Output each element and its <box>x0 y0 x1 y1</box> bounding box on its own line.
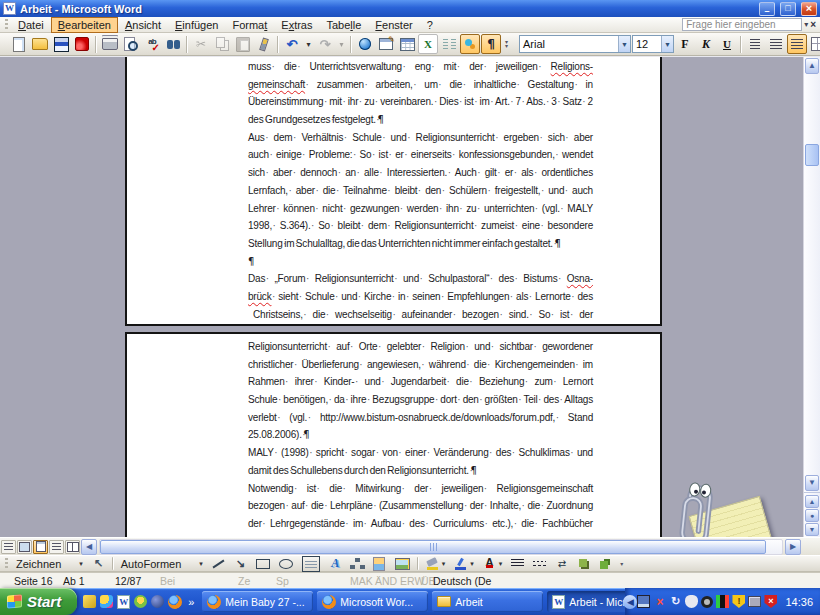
redo-icon[interactable] <box>315 34 335 54</box>
new-document-icon[interactable] <box>9 34 29 54</box>
tray-ring-icon[interactable] <box>701 596 713 608</box>
drawing-tool-button[interactable] <box>595 556 616 571</box>
align-justify-icon[interactable] <box>787 34 807 54</box>
drawing-tool-button[interactable] <box>507 556 528 571</box>
insert-table-icon[interactable] <box>397 34 417 54</box>
drawing-tool-button[interactable] <box>208 556 229 571</box>
tray-shield-yellow-icon[interactable] <box>732 595 745 608</box>
toolbar-options-icon[interactable]: ▾▾ <box>502 34 511 54</box>
insert-excel-icon[interactable] <box>418 34 438 54</box>
drawing-tool-button[interactable] <box>230 556 251 571</box>
menu-item-bearbeiten[interactable]: Bearbeiten <box>51 17 118 33</box>
drawing-icon[interactable] <box>460 34 480 54</box>
view-reading-icon[interactable] <box>65 540 80 554</box>
status-aend-toggle[interactable]: ÄND <box>375 575 397 587</box>
task-button[interactable]: Mein Baby 27 -... <box>202 591 313 612</box>
borders-icon[interactable] <box>808 34 820 54</box>
format-painter-icon[interactable] <box>254 34 274 54</box>
pilcrow-icon[interactable] <box>481 34 501 54</box>
task-button[interactable]: Arbeit <box>432 591 543 612</box>
tray-hand-icon[interactable] <box>685 595 698 608</box>
horizontal-scroll-track[interactable] <box>99 539 783 555</box>
drawing-tool-button[interactable] <box>347 556 368 571</box>
menu-item-datei[interactable]: Datei <box>11 17 51 33</box>
undo-icon[interactable] <box>282 34 302 54</box>
tray-monitor-icon[interactable] <box>748 596 761 607</box>
taskbar-clock[interactable]: 14:36 <box>785 596 813 608</box>
toolbar-drag-handle[interactable] <box>5 558 8 569</box>
document-page-1[interactable]: muss· die· Unterrichtsverwaltung· eng· m… <box>125 57 662 326</box>
drawing-tool-button[interactable] <box>417 557 419 570</box>
firefox-icon[interactable] <box>168 595 182 609</box>
menu-item-?[interactable]: ? <box>420 17 440 33</box>
tables-borders-icon[interactable] <box>376 34 396 54</box>
drawing-tool-button[interactable] <box>479 556 507 571</box>
view-web-icon[interactable] <box>17 540 32 554</box>
spelling-icon[interactable] <box>142 34 162 54</box>
restore-button[interactable] <box>780 2 796 16</box>
find-icon[interactable] <box>163 34 183 54</box>
drawing-tool-button[interactable] <box>275 556 297 571</box>
drawing-tool-button[interactable] <box>573 556 594 571</box>
drawing-tool-button[interactable]: Zeichnen <box>12 556 87 571</box>
menu-item-extras[interactable]: Extras <box>274 17 319 33</box>
scroll-down-icon[interactable]: ▼ <box>805 475 819 491</box>
view-outline-icon[interactable] <box>49 540 64 554</box>
drawing-tool-button[interactable] <box>529 556 550 571</box>
toolbar-drag-handle[interactable] <box>5 19 8 30</box>
status-mak-toggle[interactable]: MAK <box>350 575 373 587</box>
columns-icon[interactable] <box>439 34 459 54</box>
hyperlink-icon[interactable] <box>355 34 375 54</box>
menu-item-format[interactable]: Format <box>225 17 274 33</box>
menu-item-tabelle[interactable]: Tabelle <box>319 17 368 33</box>
question-input[interactable]: Frage hier eingeben <box>682 18 802 31</box>
minimize-button[interactable] <box>759 2 775 16</box>
menubar-close-icon[interactable]: × <box>810 19 816 30</box>
question-dropdown-icon[interactable]: ▾ <box>804 20 808 29</box>
copy-icon[interactable] <box>212 34 232 54</box>
vertical-scroll-track[interactable] <box>804 75 820 474</box>
select-browse-object-icon[interactable]: ● <box>805 509 819 522</box>
chevron-down-icon[interactable]: ▼ <box>661 36 673 52</box>
font-size-combobox[interactable]: 12 ▼ <box>632 35 674 53</box>
status-language[interactable]: Deutsch (De <box>433 575 491 587</box>
msn-icon[interactable] <box>100 595 113 608</box>
italic-icon[interactable] <box>696 34 716 54</box>
paste-icon[interactable] <box>233 34 253 54</box>
close-button[interactable] <box>801 2 817 16</box>
tray-collapse-icon[interactable]: ◀ <box>623 595 637 609</box>
font-name-combobox[interactable]: Arial ▼ <box>519 35 631 53</box>
tray-bars-icon[interactable] <box>716 595 729 608</box>
view-print-icon[interactable] <box>33 540 48 554</box>
toolbar-options-icon[interactable]: ▾ <box>617 554 626 574</box>
print-preview-icon[interactable] <box>121 34 141 54</box>
office-assistant-clippy[interactable] <box>672 477 772 537</box>
task-button[interactable]: Microsoft Wor... <box>317 591 428 612</box>
drawing-tool-button[interactable] <box>369 556 390 571</box>
menu-item-einfügen[interactable]: Einfügen <box>168 17 225 33</box>
scroll-up-icon[interactable]: ▲ <box>805 58 819 74</box>
next-page-icon[interactable]: ▼ <box>805 523 819 536</box>
word-icon[interactable] <box>117 595 130 609</box>
drawing-tool-button[interactable]: AutoFormen <box>117 556 207 571</box>
horizontal-scroll-thumb[interactable] <box>100 540 766 554</box>
open-icon[interactable] <box>30 34 50 54</box>
drawing-tool-button[interactable] <box>88 556 109 571</box>
drawing-tool-button[interactable] <box>298 556 324 571</box>
bold-icon[interactable] <box>675 34 695 54</box>
menu-item-fenster[interactable]: Fenster <box>368 17 419 33</box>
redo-dropdown-icon[interactable] <box>336 34 347 54</box>
undo-dropdown-icon[interactable] <box>303 34 314 54</box>
vertical-scrollbar[interactable]: ▲ ▼ ▲ ● ▼ <box>803 57 820 537</box>
drawing-tool-button[interactable] <box>325 556 346 571</box>
tray-shield-red-icon[interactable] <box>764 595 777 608</box>
task-button[interactable]: Arbeit - Micros... <box>547 591 625 612</box>
print-icon[interactable] <box>100 34 120 54</box>
previous-page-icon[interactable]: ▲ <box>805 495 819 508</box>
drawing-tool-button[interactable] <box>112 557 114 570</box>
drawing-tool-button[interactable] <box>422 556 450 571</box>
chevron-down-icon[interactable]: ▼ <box>618 36 630 52</box>
pen-icon[interactable] <box>83 595 96 608</box>
vertical-scroll-thumb[interactable] <box>805 144 819 166</box>
menu-item-ansicht[interactable]: Ansicht <box>118 17 168 33</box>
